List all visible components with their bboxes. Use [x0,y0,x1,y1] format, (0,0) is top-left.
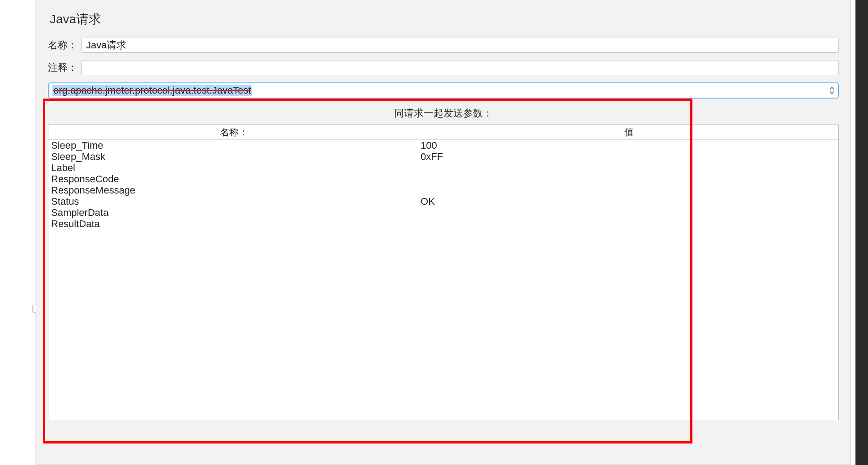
name-label: 名称： [48,39,81,52]
right-dark-strip [855,0,868,465]
param-name-cell[interactable]: ResponseMessage [48,185,420,196]
table-row[interactable]: ResultData [48,218,838,229]
param-name-cell[interactable]: ResponseCode [48,173,420,185]
table-row[interactable]: StatusOK [48,196,838,207]
param-name-cell[interactable]: ResultData [48,218,420,229]
table-row[interactable]: ResponseCode [48,173,838,185]
java-request-panel: Java请求 名称： 注释： org.apache.jmeter.protoco… [43,0,844,465]
name-input[interactable] [81,38,839,53]
param-name-cell[interactable]: Label [48,162,420,173]
table-row[interactable]: Sleep_Mask0xFF [48,151,838,162]
param-value-cell[interactable] [420,218,838,229]
left-gutter [0,0,36,465]
param-value-cell[interactable]: 0xFF [420,151,838,162]
classname-combo[interactable]: org.apache.jmeter.protocol.java.test.Jav… [48,82,839,99]
classname-value: org.apache.jmeter.protocol.java.test.Jav… [52,85,252,96]
parameters-table-container: 名称： 值 Sleep_Time100Sleep_Mask0xFFLabelRe… [48,125,839,420]
chevron-up-down-icon [829,87,834,94]
column-header-value[interactable]: 值 [420,125,838,140]
parameters-table[interactable]: 名称： 值 Sleep_Time100Sleep_Mask0xFFLabelRe… [48,125,838,229]
classname-combo-wrap: org.apache.jmeter.protocol.java.test.Jav… [48,82,839,99]
table-row[interactable]: Sleep_Time100 [48,140,838,151]
table-row[interactable]: ResponseMessage [48,185,838,196]
comment-row: 注释： [46,60,841,75]
param-value-cell[interactable]: OK [420,196,838,207]
column-header-name[interactable]: 名称： [48,125,420,140]
table-row[interactable]: SamplerData [48,207,838,218]
comment-label: 注释： [48,61,81,74]
param-value-cell[interactable] [420,185,838,196]
param-value-cell[interactable] [420,162,838,173]
comment-input[interactable] [81,60,839,75]
param-value-cell[interactable] [420,173,838,185]
name-row: 名称： [46,38,841,53]
parameters-section-label: 同请求一起发送参数： [46,107,841,120]
param-value-cell[interactable]: 100 [420,140,838,151]
param-value-cell[interactable] [420,207,838,218]
param-name-cell[interactable]: Sleep_Mask [48,151,420,162]
param-name-cell[interactable]: Sleep_Time [48,140,420,151]
table-row[interactable]: Label [48,162,838,173]
editor-outer-panel: Java请求 名称： 注释： org.apache.jmeter.protoco… [36,0,851,465]
param-name-cell[interactable]: SamplerData [48,207,420,218]
param-name-cell[interactable]: Status [48,196,420,207]
panel-title: Java请求 [50,11,841,28]
